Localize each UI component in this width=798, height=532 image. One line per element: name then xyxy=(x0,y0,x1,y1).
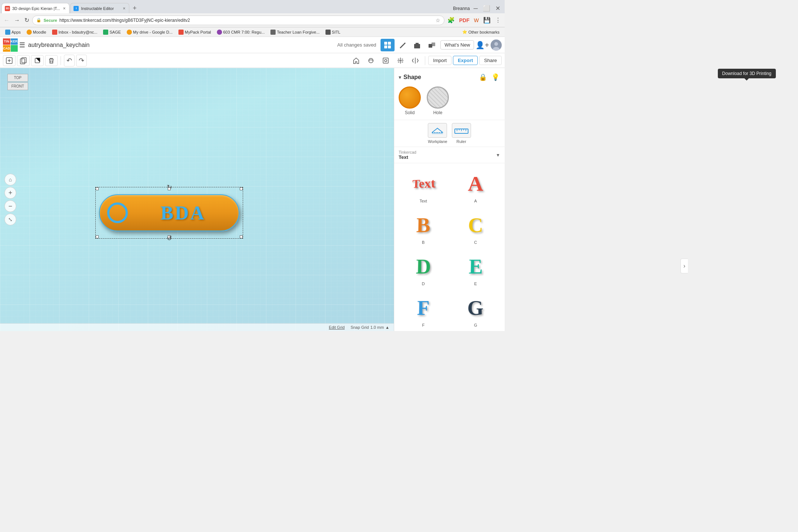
svg-rect-11 xyxy=(22,58,26,63)
catalog-text-img: Text xyxy=(409,171,438,197)
hole-option[interactable]: Hole xyxy=(427,86,449,115)
bookmark-apps[interactable]: Apps xyxy=(3,29,23,35)
other-bookmarks[interactable]: ⭐ Other bookmarks xyxy=(460,29,502,35)
shape-collapse-button[interactable]: ▾ xyxy=(399,74,401,80)
catalog-item-a[interactable]: A A xyxy=(451,168,501,206)
bookmark-moodle[interactable]: Moodle xyxy=(24,29,48,35)
bookmark-star-icon[interactable]: ☆ xyxy=(436,17,440,23)
edit-grid-link[interactable]: Edit Grid xyxy=(329,325,345,330)
user-avatar[interactable] xyxy=(491,40,502,51)
home-view-zoom-button[interactable]: ⌂ xyxy=(4,174,16,185)
canvas-object-group[interactable]: ↻ B xyxy=(99,194,239,231)
solid-option[interactable]: Solid xyxy=(399,86,421,115)
reload-button[interactable]: ↻ xyxy=(23,15,31,25)
catalog-e-img: E xyxy=(461,253,490,279)
tab-close-1[interactable]: × xyxy=(62,5,66,12)
more-menu-icon[interactable]: ⋮ xyxy=(494,15,502,25)
office-icon[interactable]: W xyxy=(473,16,480,25)
pickaxe-icon[interactable] xyxy=(395,39,409,51)
bookmark-sage[interactable]: SAGE xyxy=(101,29,123,35)
top-toolbar: TIN KER CAD ☰ autrybreanna_keychain All … xyxy=(0,37,505,53)
snap-grid-control[interactable]: Snap Grid 1.0 mm ▲ xyxy=(351,325,389,330)
export-button[interactable]: Export xyxy=(453,56,478,65)
second-toolbar: ↶ ↷ Import Export xyxy=(0,53,505,68)
import-button[interactable]: Import xyxy=(428,56,451,65)
combine-icon[interactable] xyxy=(425,39,439,51)
extensions-icon[interactable]: 🧩 xyxy=(446,15,456,25)
catalog-item-g[interactable]: G G xyxy=(451,292,501,330)
copy-button[interactable] xyxy=(17,55,30,66)
redo-button[interactable]: ↷ xyxy=(76,55,87,66)
logo-cell-k xyxy=(11,45,18,52)
pdf-icon[interactable]: PDF xyxy=(458,16,471,25)
app-container: TIN KER CAD ☰ autrybreanna_keychain All … xyxy=(0,37,505,331)
front-view-button[interactable]: FRONT xyxy=(7,82,28,90)
home-view-button[interactable] xyxy=(349,55,363,66)
lock-shape-icon[interactable]: 🔒 xyxy=(478,72,488,82)
add-person-button[interactable]: 👤+ xyxy=(475,41,489,50)
delete-button[interactable] xyxy=(45,55,58,66)
grid-view-icon[interactable] xyxy=(381,39,395,51)
new-object-button[interactable] xyxy=(3,55,16,66)
minimize-btn[interactable]: ─ xyxy=(472,4,479,13)
bookmark-teacher[interactable]: Teacher Loan Forgive... xyxy=(268,29,322,35)
share-button[interactable]: Share xyxy=(479,56,502,65)
workplane-icon xyxy=(428,123,447,138)
top-view-button[interactable]: TOP xyxy=(7,74,28,82)
catalog-item-text[interactable]: Text Text xyxy=(399,168,448,206)
duplicate-button[interactable] xyxy=(31,55,44,66)
catalog-item-a-label: A xyxy=(474,199,477,203)
3d-viewport[interactable]: TOP FRONT ⌂ + − ⤡ ↻ xyxy=(0,68,394,331)
grid-align-button[interactable] xyxy=(394,55,407,66)
catalog-panel[interactable]: Tinkercad Text ▼ Text Text xyxy=(394,147,505,331)
svg-rect-12 xyxy=(20,59,25,64)
zoom-out-button[interactable]: − xyxy=(4,200,16,212)
orbit-button[interactable] xyxy=(364,55,378,66)
hamburger-menu-icon[interactable]: ☰ xyxy=(18,40,27,51)
rotate-handle-top[interactable]: ↻ xyxy=(167,183,172,191)
rotate-handle-bottom[interactable]: ↺ xyxy=(167,234,172,242)
forward-button[interactable]: → xyxy=(13,16,21,25)
new-tab-button[interactable]: + xyxy=(129,3,140,13)
whats-new-button[interactable]: What's New xyxy=(440,40,474,50)
catalog-item-d[interactable]: D D xyxy=(399,250,448,289)
ruler-item[interactable]: Ruler xyxy=(452,123,471,144)
inactive-tab[interactable]: I Instructable Editor × xyxy=(70,3,129,13)
back-button[interactable]: ← xyxy=(2,16,11,25)
save-page-icon[interactable]: 💾 xyxy=(482,15,492,25)
keychain-shape[interactable]: B D A xyxy=(99,194,239,231)
close-btn[interactable]: ✕ xyxy=(494,3,502,13)
blocks-icon[interactable] xyxy=(410,39,424,51)
catalog-item-e[interactable]: E E xyxy=(451,250,501,289)
fit-view-button[interactable] xyxy=(379,55,392,66)
zoom-in-button[interactable]: + xyxy=(4,187,16,199)
bulb-shape-icon[interactable]: 💡 xyxy=(491,72,500,82)
zoom-fit-button[interactable]: ⤡ xyxy=(4,214,16,225)
export-label: Export xyxy=(458,58,473,63)
bookmark-mypack[interactable]: MyPack Portal xyxy=(176,29,213,35)
address-bar[interactable]: 🔒 Secure https://www.tinkercad.com/thing… xyxy=(32,16,444,25)
mirror-button[interactable] xyxy=(409,55,422,66)
bookmark-drive[interactable]: My drive - Google D... xyxy=(125,29,175,35)
import-label: Import xyxy=(433,58,447,63)
keychain-body[interactable]: B D A xyxy=(99,194,239,231)
tab-close-2[interactable]: × xyxy=(122,5,126,12)
catalog-item-f[interactable]: F F xyxy=(399,292,448,330)
maximize-btn[interactable]: ⬜ xyxy=(481,3,492,13)
keychain-wrapper[interactable]: ↻ B xyxy=(99,194,239,231)
catalog-dropdown-button[interactable]: ▼ xyxy=(496,153,500,158)
workplane-item[interactable]: Workplane xyxy=(428,123,447,144)
bookmark-603[interactable]: 603 CMR 7:00: Regu... xyxy=(215,29,267,35)
undo-button[interactable]: ↶ xyxy=(64,55,75,66)
catalog-item-b[interactable]: B B xyxy=(399,209,448,248)
tinkercad-logo[interactable]: TIN KER CAD xyxy=(3,38,16,52)
gmail-favicon xyxy=(52,30,57,35)
catalog-item-c[interactable]: C C xyxy=(451,209,501,248)
solid-label: Solid xyxy=(405,110,415,115)
snap-up-icon[interactable]: ▲ xyxy=(385,325,389,330)
project-title[interactable]: autrybreanna_keychain xyxy=(28,42,336,48)
bookmark-sitl[interactable]: SITL xyxy=(323,29,342,35)
svg-point-16 xyxy=(385,59,387,62)
bookmark-inbox[interactable]: Inbox - bdautry@nc... xyxy=(50,29,99,35)
active-tab[interactable]: 3D 3D design Epic Kieran |T... × xyxy=(1,3,69,13)
